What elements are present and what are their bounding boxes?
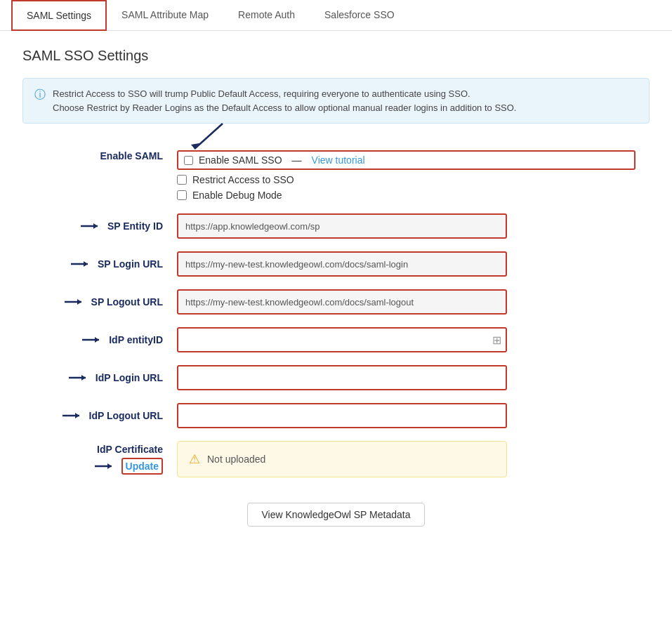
idp-entity-id-row: IdP entityID ⊞ xyxy=(37,327,635,352)
arrow-icon-sp-entity xyxy=(81,221,103,231)
sp-entity-id-row: SP Entity ID xyxy=(37,213,635,239)
view-metadata-button[interactable]: View KnowledgeOwl SP Metadata xyxy=(247,503,426,527)
restrict-access-checkbox[interactable] xyxy=(177,175,187,185)
svg-marker-3 xyxy=(93,223,98,229)
svg-marker-5 xyxy=(84,261,88,267)
table-icon: ⊞ xyxy=(492,333,501,347)
enable-saml-checkbox[interactable] xyxy=(184,156,193,165)
sp-login-url-controls xyxy=(177,251,635,277)
info-box: ⓘ Restrict Access to SSO will trump Publ… xyxy=(22,78,650,124)
restrict-access-row: Restrict Access to SSO xyxy=(177,174,635,185)
idp-login-url-label: IdP Login URL xyxy=(37,372,177,383)
form-section: Enable SAML Enable SAML SSO — View tutor… xyxy=(22,143,650,527)
idp-certificate-label: IdP Certificate Update xyxy=(37,444,177,475)
sp-logout-url-row: SP Logout URL xyxy=(37,289,635,315)
sp-logout-url-controls xyxy=(177,289,635,315)
arrow-sp-login-svg xyxy=(71,259,93,269)
svg-marker-11 xyxy=(81,375,86,381)
info-icon: ⓘ xyxy=(34,88,46,103)
sp-entity-id-label: SP Entity ID xyxy=(37,220,177,232)
not-uploaded-text: Not uploaded xyxy=(207,454,265,465)
svg-marker-9 xyxy=(95,337,99,343)
enable-saml-controls: Enable SAML SSO — View tutorial Restrict… xyxy=(177,150,635,201)
idp-login-url-controls xyxy=(177,365,635,390)
debug-mode-row: Enable Debug Mode xyxy=(177,190,635,201)
arrow-idp-login-svg xyxy=(69,373,91,383)
diagonal-arrow-svg xyxy=(191,124,233,154)
sp-logout-url-input[interactable] xyxy=(177,289,507,315)
enable-saml-checkbox-box: Enable SAML SSO — View tutorial xyxy=(177,150,635,170)
arrow-icon-sp-login xyxy=(71,259,93,269)
warning-icon: ⚠ xyxy=(189,451,200,467)
svg-marker-7 xyxy=(77,299,81,305)
idp-entity-id-label: IdP entityID xyxy=(37,334,177,345)
idp-logout-url-label: IdP Logout URL xyxy=(37,410,177,421)
sp-logout-url-label: SP Logout URL xyxy=(37,296,177,308)
view-tutorial-link[interactable]: View tutorial xyxy=(312,154,365,166)
arrow-sp-entity-svg xyxy=(81,221,103,231)
info-box-text: Restrict Access to SSO will trump Public… xyxy=(53,87,516,114)
certificate-status-box: ⚠ Not uploaded xyxy=(177,441,507,477)
debug-mode-label[interactable]: Enable Debug Mode xyxy=(192,190,282,201)
tab-remote-auth[interactable]: Remote Auth xyxy=(223,0,310,31)
idp-login-url-input[interactable] xyxy=(177,365,507,390)
idp-login-url-row: IdP Login URL xyxy=(37,365,635,390)
idp-entity-id-controls: ⊞ xyxy=(177,327,635,352)
sp-login-url-input[interactable] xyxy=(177,251,507,277)
separator: — xyxy=(292,154,302,166)
arrow-sp-logout-svg xyxy=(65,297,87,307)
arrow-idp-logout-svg xyxy=(62,411,85,421)
page-title: SAML SSO Settings xyxy=(22,48,650,64)
idp-certificate-row: IdP Certificate Update ⚠ Not uploaded xyxy=(37,441,635,477)
idp-logout-url-input[interactable] xyxy=(177,403,507,428)
sp-entity-id-controls xyxy=(177,213,635,239)
page-content: SAML SSO Settings ⓘ Restrict Access to S… xyxy=(0,31,672,543)
tab-salesforce-sso[interactable]: Salesforce SSO xyxy=(310,0,409,31)
arrow-icon-idp-entity xyxy=(82,335,105,345)
sp-entity-id-input[interactable] xyxy=(177,213,507,239)
idp-logout-url-row: IdP Logout URL xyxy=(37,403,635,428)
update-certificate-link[interactable]: Update xyxy=(121,458,163,475)
arrow-idp-cert-svg xyxy=(95,461,117,471)
debug-mode-checkbox[interactable] xyxy=(177,190,187,200)
idp-entity-id-input[interactable] xyxy=(177,327,507,352)
arrow-idp-entity-svg xyxy=(82,335,105,345)
svg-marker-15 xyxy=(107,463,112,469)
metadata-button-row: View KnowledgeOwl SP Metadata xyxy=(37,491,635,527)
idp-entity-id-wrapper: ⊞ xyxy=(177,327,507,352)
arrow-icon-idp-cert xyxy=(95,461,117,471)
sp-login-url-label: SP Login URL xyxy=(37,258,177,270)
idp-logout-url-controls xyxy=(177,403,635,428)
enable-saml-checkbox-label[interactable]: Enable SAML SSO xyxy=(199,154,282,166)
svg-line-0 xyxy=(195,124,223,149)
enable-saml-label: Enable SAML xyxy=(37,150,177,161)
idp-certificate-controls: ⚠ Not uploaded xyxy=(177,441,635,477)
svg-marker-13 xyxy=(75,413,79,418)
tabs-nav: SAML Settings SAML Attribute Map Remote … xyxy=(0,0,672,31)
arrow-icon-sp-logout xyxy=(65,297,87,307)
arrow-icon-idp-login xyxy=(69,373,91,383)
sp-login-url-row: SP Login URL xyxy=(37,251,635,277)
tab-saml-settings[interactable]: SAML Settings xyxy=(11,0,107,31)
restrict-access-label[interactable]: Restrict Access to SSO xyxy=(192,174,294,185)
tab-saml-attribute-map[interactable]: SAML Attribute Map xyxy=(107,0,223,31)
arrow-icon-idp-logout xyxy=(62,411,85,421)
enable-saml-row: Enable SAML Enable SAML SSO — View tutor… xyxy=(37,143,635,201)
